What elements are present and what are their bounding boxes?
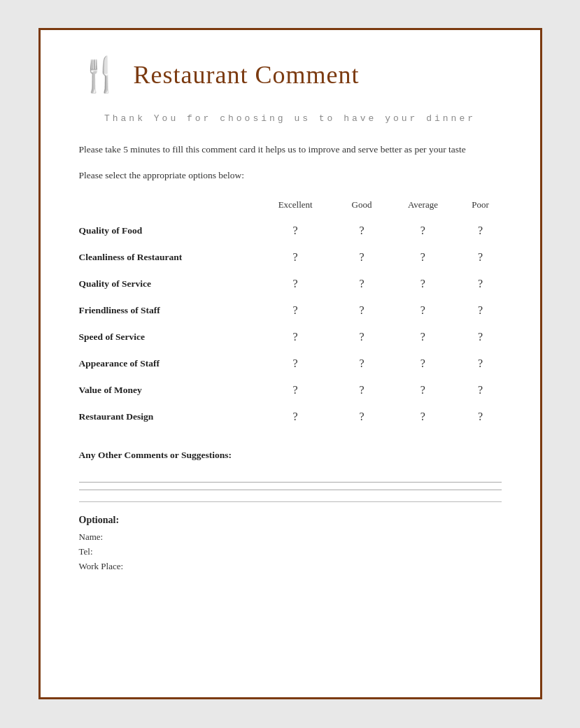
col-header-label bbox=[79, 197, 254, 217]
row-excellent[interactable]: ? bbox=[254, 297, 337, 324]
row-good[interactable]: ? bbox=[337, 244, 386, 271]
row-good[interactable]: ? bbox=[337, 271, 386, 297]
table-row: Quality of Service???? bbox=[79, 271, 502, 297]
thank-you-text: Thank You for choosing us to have your d… bbox=[79, 111, 502, 127]
comments-label: Any Other Comments or Suggestions: bbox=[79, 450, 502, 461]
row-excellent[interactable]: ? bbox=[254, 244, 337, 271]
row-excellent[interactable]: ? bbox=[254, 404, 337, 430]
row-average[interactable]: ? bbox=[386, 377, 460, 404]
row-label: Cleanliness of Restaurant bbox=[79, 244, 254, 271]
row-poor[interactable]: ? bbox=[460, 297, 502, 324]
row-label: Restaurant Design bbox=[79, 404, 254, 430]
comments-section: Any Other Comments or Suggestions: bbox=[79, 450, 502, 490]
row-average[interactable]: ? bbox=[386, 271, 460, 297]
comments-line-1 bbox=[79, 482, 502, 483]
optional-field: Tel: bbox=[79, 546, 502, 557]
header: 🍴 Restaurant Comment bbox=[79, 58, 502, 92]
table-row: Value of Money???? bbox=[79, 377, 502, 404]
table-row: Appearance of Staff???? bbox=[79, 350, 502, 377]
row-excellent[interactable]: ? bbox=[254, 350, 337, 377]
row-poor[interactable]: ? bbox=[460, 377, 502, 404]
description-text: Please take 5 minutes to fill this comme… bbox=[79, 142, 502, 157]
row-good[interactable]: ? bbox=[337, 324, 386, 350]
comment-card: 🍴 Restaurant Comment Thank You for choos… bbox=[38, 28, 542, 699]
comments-line-2 bbox=[79, 490, 502, 490]
table-row: Friendliness of Staff???? bbox=[79, 297, 502, 324]
row-poor[interactable]: ? bbox=[460, 404, 502, 430]
row-label: Quality of Service bbox=[79, 271, 254, 297]
table-row: Speed of Service???? bbox=[79, 324, 502, 350]
table-row: Cleanliness of Restaurant???? bbox=[79, 244, 502, 271]
row-average[interactable]: ? bbox=[386, 404, 460, 430]
row-excellent[interactable]: ? bbox=[254, 217, 337, 244]
row-label: Quality of Food bbox=[79, 217, 254, 244]
row-label: Value of Money bbox=[79, 377, 254, 404]
row-poor[interactable]: ? bbox=[460, 217, 502, 244]
row-excellent[interactable]: ? bbox=[254, 271, 337, 297]
optional-field: Name: bbox=[79, 531, 502, 543]
optional-label: Optional: bbox=[79, 515, 502, 526]
instruction-text: Please select the appropriate options be… bbox=[79, 170, 502, 181]
row-label: Friendliness of Staff bbox=[79, 297, 254, 324]
table-row: Quality of Food???? bbox=[79, 217, 502, 244]
row-good[interactable]: ? bbox=[337, 297, 386, 324]
row-poor[interactable]: ? bbox=[460, 324, 502, 350]
row-good[interactable]: ? bbox=[337, 377, 386, 404]
row-excellent[interactable]: ? bbox=[254, 324, 337, 350]
row-label: Appearance of Staff bbox=[79, 350, 254, 377]
section-divider bbox=[79, 501, 502, 502]
row-poor[interactable]: ? bbox=[460, 271, 502, 297]
col-header-good: Good bbox=[337, 197, 386, 217]
row-poor[interactable]: ? bbox=[460, 350, 502, 377]
col-header-poor: Poor bbox=[460, 197, 502, 217]
utensils-icon: 🍴 bbox=[79, 58, 121, 92]
row-average[interactable]: ? bbox=[386, 350, 460, 377]
col-header-average: Average bbox=[386, 197, 460, 217]
row-excellent[interactable]: ? bbox=[254, 377, 337, 404]
optional-section: Optional: Name:Tel:Work Place: bbox=[79, 515, 502, 572]
col-header-excellent: Excellent bbox=[254, 197, 337, 217]
rating-table: Excellent Good Average Poor Quality of F… bbox=[79, 197, 502, 430]
row-average[interactable]: ? bbox=[386, 297, 460, 324]
row-average[interactable]: ? bbox=[386, 244, 460, 271]
table-row: Restaurant Design???? bbox=[79, 404, 502, 430]
row-label: Speed of Service bbox=[79, 324, 254, 350]
row-poor[interactable]: ? bbox=[460, 244, 502, 271]
row-good[interactable]: ? bbox=[337, 350, 386, 377]
row-average[interactable]: ? bbox=[386, 324, 460, 350]
row-average[interactable]: ? bbox=[386, 217, 460, 244]
row-good[interactable]: ? bbox=[337, 404, 386, 430]
optional-field: Work Place: bbox=[79, 561, 502, 572]
row-good[interactable]: ? bbox=[337, 217, 386, 244]
page-title: Restaurant Comment bbox=[134, 60, 360, 90]
